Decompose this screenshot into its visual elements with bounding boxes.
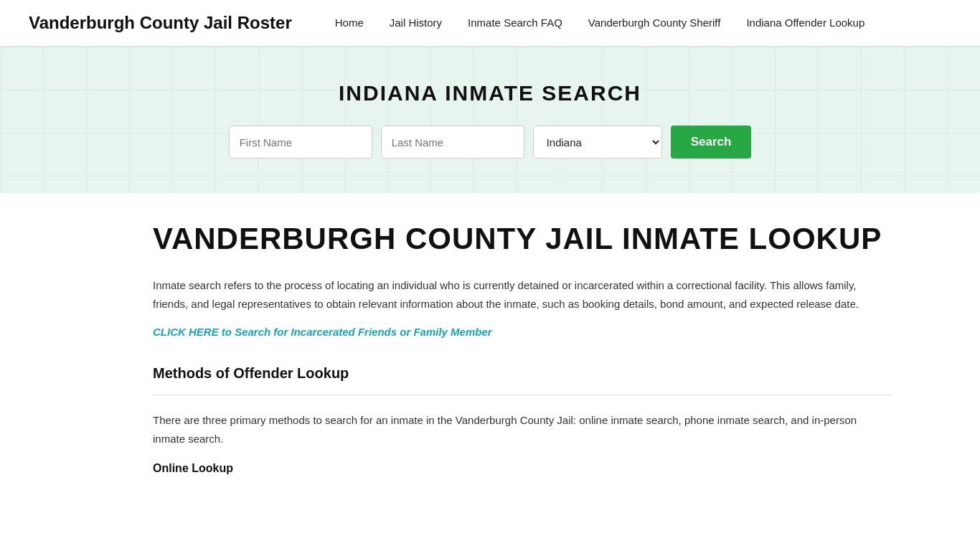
main-content: VANDERBURGH COUNTY JAIL INMATE LOOKUP In… (60, 193, 920, 509)
main-nav: Home Jail History Inmate Search FAQ Vand… (335, 16, 865, 30)
search-button[interactable]: Search (671, 126, 752, 159)
nav-item-jail-history[interactable]: Jail History (390, 16, 442, 30)
online-lookup-heading: Online Lookup (153, 462, 892, 475)
methods-text: There are three primary methods to searc… (153, 411, 892, 448)
inmate-search-form: IndianaAlabamaAlaskaArizonaArkansasCalif… (29, 126, 951, 159)
nav-link-home[interactable]: Home (335, 17, 364, 29)
last-name-input[interactable] (381, 126, 524, 159)
nav-item-faq[interactable]: Inmate Search FAQ (468, 16, 562, 30)
nav-link-jail-history[interactable]: Jail History (390, 17, 442, 29)
first-name-input[interactable] (229, 126, 372, 159)
nav-link-sheriff[interactable]: Vanderburgh County Sheriff (588, 17, 721, 29)
page-heading: VANDERBURGH COUNTY JAIL INMATE LOOKUP (153, 222, 892, 256)
nav-item-home[interactable]: Home (335, 16, 364, 30)
section-divider (153, 395, 892, 395)
intro-paragraph: Inmate search refers to the process of l… (153, 276, 892, 313)
hero-title: INDIANA INMATE SEARCH (29, 81, 951, 105)
hero-section: INDIANA INMATE SEARCH IndianaAlabamaAlas… (0, 47, 980, 193)
nav-item-sheriff[interactable]: Vanderburgh County Sheriff (588, 16, 721, 30)
site-header: Vanderburgh County Jail Roster Home Jail… (0, 0, 980, 47)
state-select[interactable]: IndianaAlabamaAlaskaArizonaArkansasCalif… (533, 126, 662, 159)
nav-link-offender-lookup[interactable]: Indiana Offender Lookup (746, 17, 864, 29)
nav-item-offender-lookup[interactable]: Indiana Offender Lookup (746, 16, 864, 30)
site-title: Vanderburgh County Jail Roster (29, 13, 292, 33)
nav-link-faq[interactable]: Inmate Search FAQ (468, 17, 562, 29)
cta-link[interactable]: CLICK HERE to Search for Incarcerated Fr… (153, 326, 492, 338)
methods-heading: Methods of Offender Lookup (153, 365, 892, 382)
